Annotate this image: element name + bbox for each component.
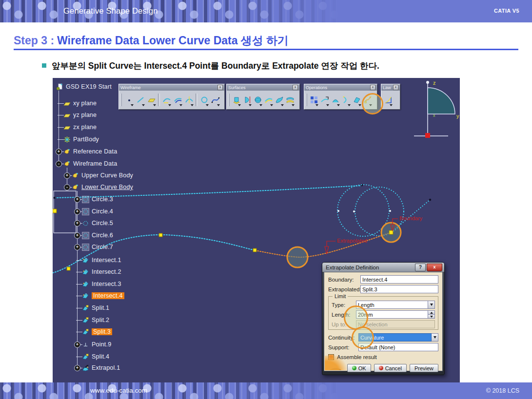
- expand-icon[interactable]: +: [56, 149, 62, 155]
- circle-button[interactable]: [198, 93, 210, 107]
- tree-item-intersect3[interactable]: Intersect.3: [74, 280, 121, 288]
- combine-button[interactable]: [172, 93, 183, 107]
- toolbar-grip[interactable]: [228, 94, 230, 106]
- tree-item-split2[interactable]: Split.2: [74, 316, 109, 324]
- intersection-feature-icon: [82, 257, 89, 264]
- continuity-dropdown-arrow[interactable]: [432, 333, 438, 342]
- collapse-icon[interactable]: -: [56, 161, 62, 167]
- plane-button[interactable]: [146, 93, 157, 107]
- law-icon: [384, 95, 393, 104]
- expand-icon[interactable]: +: [74, 365, 80, 371]
- tree-item-wireframe-data[interactable]: - Wireframe Data: [56, 159, 117, 168]
- catia-3d-viewport[interactable]: z y x Extrapolated Boundary GSD EX19 Sta…: [53, 78, 460, 382]
- tree-item-lower-curve-body[interactable]: - Lower Curve Body: [64, 183, 133, 191]
- line-button[interactable]: [135, 93, 146, 107]
- curve-point-marker[interactable]: [159, 233, 162, 237]
- toolbar-separator: [158, 94, 160, 106]
- reflect-line-button[interactable]: [183, 93, 195, 107]
- tree-item-extrapol1[interactable]: + Extrapol.1: [74, 363, 120, 372]
- toolbar-title-bar[interactable]: Operations x: [304, 84, 377, 91]
- toolbar-title-bar[interactable]: Law x: [381, 84, 400, 91]
- expand-icon[interactable]: +: [74, 342, 80, 348]
- axis-y-label: y: [456, 113, 459, 119]
- toolbar-title-bar[interactable]: Surfaces x: [227, 84, 299, 91]
- sweep-button[interactable]: [274, 93, 285, 107]
- expand-icon[interactable]: +: [64, 172, 70, 179]
- join-button[interactable]: [309, 93, 319, 107]
- tree-item-circle4[interactable]: + Circle.4: [74, 207, 113, 216]
- tree-item-split4[interactable]: Split.4: [74, 352, 109, 361]
- ok-button[interactable]: OK: [347, 364, 371, 372]
- type-dropdown[interactable]: Length: [356, 301, 428, 309]
- axis-z-label: z: [433, 80, 436, 86]
- tree-item-circle3[interactable]: + Circle.3: [74, 195, 113, 204]
- expand-icon[interactable]: +: [74, 232, 80, 239]
- expand-icon[interactable]: +: [74, 244, 80, 250]
- healing-button[interactable]: [319, 93, 330, 107]
- curve-point-marker[interactable]: [67, 267, 70, 270]
- toolbar-title-bar[interactable]: Wireframe x: [119, 84, 224, 91]
- assemble-result-checkbox[interactable]: [328, 354, 334, 360]
- toolbar-grip[interactable]: [120, 94, 122, 106]
- cancel-button[interactable]: Cancel: [374, 364, 407, 372]
- point-button[interactable]: [123, 93, 135, 107]
- extrapolate-feature-icon: [82, 364, 89, 372]
- boundary-field[interactable]: Intersect.4: [360, 275, 438, 284]
- preview-button[interactable]: Preview: [410, 364, 438, 372]
- extrapolated-curve[interactable]: [255, 232, 391, 257]
- type-dropdown-arrow[interactable]: [428, 301, 435, 309]
- tree-item-reference-data[interactable]: + Reference Data: [56, 147, 117, 156]
- toolbar-grip[interactable]: [306, 94, 307, 106]
- tree-item-label: GSD EX19 Start: [66, 83, 112, 90]
- spline-button[interactable]: [210, 93, 221, 107]
- spinner-up-icon[interactable]: [428, 310, 435, 315]
- tree-item-split3-selected[interactable]: Split.3: [74, 327, 112, 336]
- toolbar-title: Wireframe: [120, 85, 141, 90]
- tree-item-label: Reference Data: [73, 148, 117, 155]
- toolbar-close-button[interactable]: x: [217, 85, 223, 90]
- tree-item-circle5[interactable]: + Circle.5: [74, 219, 113, 228]
- tree-item-zx-plane[interactable]: zx plane: [56, 123, 97, 132]
- tree-item-label: xy plane: [73, 100, 97, 107]
- combine-icon: [174, 95, 182, 104]
- boundary-button[interactable]: [341, 93, 352, 107]
- tree-item-yz-plane[interactable]: yz plane: [56, 111, 97, 119]
- expand-icon[interactable]: +: [74, 196, 80, 203]
- toolbar-close-button[interactable]: x: [393, 85, 398, 90]
- projection-button[interactable]: [161, 93, 172, 107]
- spinner-down-icon[interactable]: [428, 315, 435, 319]
- dialog-title-bar[interactable]: Extrapolate Definition ? x: [322, 263, 444, 272]
- law-button[interactable]: [382, 93, 394, 107]
- tree-item-intersect1[interactable]: Intersect.1: [74, 256, 121, 265]
- footer-copyright: © 2018 LCS: [486, 387, 519, 394]
- tree-item-split1[interactable]: Split.1: [74, 304, 109, 312]
- close-button[interactable]: x: [427, 264, 442, 271]
- collapse-icon[interactable]: -: [64, 184, 70, 190]
- expand-icon[interactable]: +: [74, 220, 80, 227]
- extrude-button[interactable]: [231, 93, 242, 107]
- revolve-button[interactable]: [242, 93, 253, 107]
- curve-point-marker[interactable]: [253, 248, 256, 252]
- tree-item-upper-curve-body[interactable]: + Upper Curve Body: [64, 171, 133, 180]
- offset-button[interactable]: [263, 93, 274, 107]
- tree-item-intersect4-selected[interactable]: Intersect.4: [74, 291, 124, 300]
- tree-item-intersect2[interactable]: Intersect.2: [74, 267, 121, 276]
- extract-button[interactable]: [352, 93, 362, 107]
- toolbar-close-button[interactable]: x: [293, 85, 298, 90]
- tree-item-label: Lower Curve Body: [81, 184, 133, 190]
- expand-icon[interactable]: +: [74, 209, 80, 215]
- tree-item-partbody[interactable]: PartBody: [56, 135, 99, 144]
- tree-item-point9[interactable]: + Point.9: [74, 340, 111, 349]
- tree-item-circle6[interactable]: + Circle.6: [74, 231, 113, 240]
- help-button[interactable]: ?: [415, 264, 426, 271]
- untrim-button[interactable]: [330, 93, 341, 107]
- extrapolated-field[interactable]: Split.3: [360, 285, 438, 293]
- tree-item-xy-plane[interactable]: xy plane: [56, 99, 97, 108]
- toolbar-close-button[interactable]: x: [370, 85, 375, 90]
- tree-item-label-highlighted: Split.3: [92, 328, 112, 335]
- tree-item-root[interactable]: GSD EX19 Start: [55, 82, 112, 91]
- sphere-button[interactable]: [253, 93, 263, 107]
- length-spinner[interactable]: [428, 310, 435, 319]
- tree-item-circle7[interactable]: + Circle.7: [74, 243, 113, 251]
- blend-button[interactable]: [285, 93, 296, 107]
